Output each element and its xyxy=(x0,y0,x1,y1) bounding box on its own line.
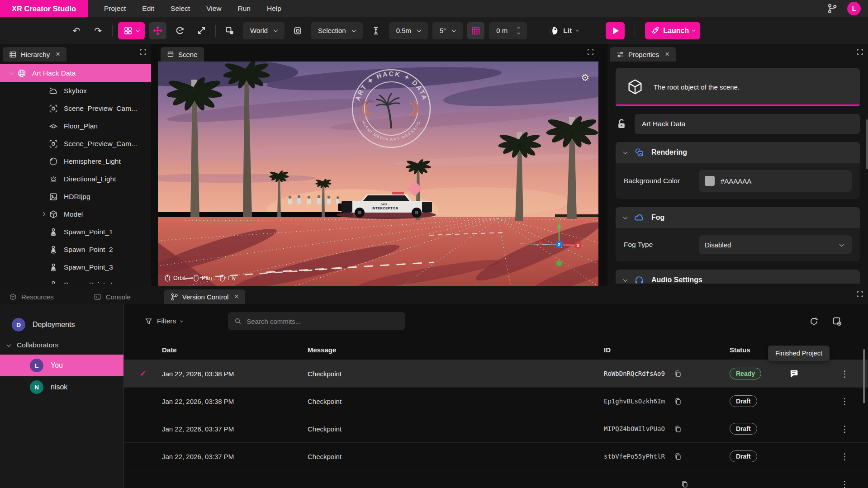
shading-mode-label: Lit xyxy=(563,27,572,35)
filters-button[interactable]: Filters xyxy=(145,317,183,325)
stepper-arrows[interactable] xyxy=(517,27,520,34)
commit-row-partial[interactable]: ⋮ xyxy=(124,470,868,488)
grid-offset-stepper[interactable]: 0 m xyxy=(489,22,527,39)
app-logo[interactable]: XR Creator Studio xyxy=(0,0,88,17)
tree-item-label: Scene_Preview_Cam... xyxy=(64,104,137,113)
background-color-field[interactable]: #AAAAAA xyxy=(699,170,852,192)
bottom-panel: Resources Console Version Control × D De… xyxy=(0,286,868,488)
menu-project[interactable]: Project xyxy=(98,2,132,15)
tree-item-model[interactable]: Model xyxy=(0,205,151,223)
shading-mode-dropdown[interactable]: Lit xyxy=(549,22,579,39)
commit-row[interactable]: Jan 22, 2026, 03:37 PM Checkpoint MIPQZ4… xyxy=(124,415,868,443)
fog-section-header[interactable]: Fog xyxy=(616,207,860,228)
object-name-field[interactable]: Art Hack Data xyxy=(635,114,860,134)
row-menu-button[interactable]: ⋮ xyxy=(836,422,854,436)
rendering-section-header[interactable]: Rendering xyxy=(616,142,860,163)
selection-mode-dropdown[interactable]: Selection xyxy=(311,22,363,39)
reference-space-button[interactable] xyxy=(221,22,238,39)
copy-id-button[interactable] xyxy=(674,398,682,405)
rotate-tool-button[interactable] xyxy=(171,22,188,39)
launch-button[interactable]: Launch xyxy=(645,22,700,39)
version-control-scrollbar[interactable] xyxy=(863,349,865,403)
row-menu-button[interactable]: ⋮ xyxy=(836,394,854,408)
tree-item-floor-plan[interactable]: Floor_Plan xyxy=(0,117,151,135)
grid-toggle-button[interactable] xyxy=(467,22,484,39)
maximize-panel-icon[interactable] xyxy=(587,48,594,55)
world-space-dropdown[interactable]: World xyxy=(243,22,285,39)
tree-item-skybox[interactable]: Skybox xyxy=(0,82,151,99)
menu-run[interactable]: Run xyxy=(232,2,257,15)
menu-help[interactable]: Help xyxy=(261,2,288,15)
maximize-panel-icon[interactable] xyxy=(857,48,863,55)
undo-button[interactable]: ↶ xyxy=(68,22,85,39)
tab-scene[interactable]: Scene xyxy=(161,47,204,62)
tab-console[interactable]: Console xyxy=(87,289,137,304)
tree-item-root[interactable]: Art Hack Data xyxy=(0,64,151,82)
audio-settings-section-header[interactable]: Audio Settings xyxy=(616,270,860,284)
maximize-panel-icon[interactable] xyxy=(857,291,863,298)
copy-id-button[interactable] xyxy=(674,453,682,460)
tree-item-scene-preview-cam-2[interactable]: Scene_Preview_Cam... xyxy=(0,135,151,152)
commit-row[interactable]: ✓ Jan 22, 2026, 03:38 PM Checkpoint RoWb… xyxy=(124,360,868,388)
tree-item-spawn-point-3[interactable]: Spawn_Point_3 xyxy=(0,258,151,276)
search-commits-box[interactable] xyxy=(228,312,405,330)
row-menu-button[interactable]: ⋮ xyxy=(836,450,854,464)
maximize-panel-icon[interactable] xyxy=(140,48,147,55)
tab-hierarchy[interactable]: Hierarchy × xyxy=(3,47,66,62)
properties-scrollbar[interactable] xyxy=(866,119,868,169)
tree-item-spawn-point-2[interactable]: Spawn_Point_2 xyxy=(0,241,151,258)
tab-version-control[interactable]: Version Control × xyxy=(164,289,245,304)
close-icon[interactable]: × xyxy=(56,50,60,58)
menu-select[interactable]: Select xyxy=(164,2,196,15)
close-icon[interactable]: × xyxy=(665,50,669,58)
tree-item-spawn-point-4[interactable]: Spawn_Point_4 xyxy=(0,276,151,284)
rotate-snap-dropdown[interactable]: 5° xyxy=(432,22,463,39)
snap-toggle-button[interactable] xyxy=(367,22,384,39)
fly-hint-label: Fly xyxy=(228,275,236,281)
color-swatch[interactable] xyxy=(705,176,715,186)
redo-button[interactable]: ↷ xyxy=(90,22,107,39)
refresh-button[interactable] xyxy=(809,317,819,326)
note-button[interactable] xyxy=(789,369,799,379)
tab-version-control-label: Version Control xyxy=(182,293,229,301)
status-badge: Draft xyxy=(730,395,757,407)
scene-viewport[interactable]: ART ✦ HACK ✦ DATA MIAMI MEDIA ART WEEKEN… xyxy=(158,62,598,286)
finished-project-tooltip: Finished Project xyxy=(768,346,830,361)
save-checkpoint-button[interactable] xyxy=(832,317,842,326)
user-avatar[interactable]: L xyxy=(847,2,861,15)
collaborator-you[interactable]: L You xyxy=(0,355,123,376)
copy-id-button[interactable] xyxy=(674,370,682,378)
menu-edit[interactable]: Edit xyxy=(136,2,161,15)
unlock-icon[interactable] xyxy=(616,118,627,130)
row-menu-button[interactable]: ⋮ xyxy=(836,477,854,488)
scale-tool-button[interactable] xyxy=(193,22,210,39)
tree-item-scene-preview-cam-1[interactable]: Scene_Preview_Cam... xyxy=(0,99,151,117)
menu-view[interactable]: View xyxy=(200,2,228,15)
search-commits-input[interactable] xyxy=(247,317,399,325)
collaborators-header[interactable]: Collaborators xyxy=(0,336,123,355)
chevron-right-icon xyxy=(41,212,45,217)
fog-type-dropdown[interactable]: Disabled xyxy=(699,235,852,254)
commit-row[interactable]: Jan 22, 2026, 03:37 PM Checkpoint stbVfe… xyxy=(124,443,868,470)
copy-id-button[interactable] xyxy=(681,480,688,488)
tree-item-directional-light[interactable]: Directional_Light xyxy=(0,170,151,188)
scale-icon xyxy=(197,26,206,35)
tree-item-spawn-point-1[interactable]: Spawn_Point_1 xyxy=(0,223,151,241)
tab-properties[interactable]: Properties × xyxy=(610,47,676,62)
transform-mode-dropdown[interactable] xyxy=(118,22,145,39)
branch-icon[interactable] xyxy=(827,4,837,14)
translate-snap-dropdown[interactable]: 0.5m xyxy=(389,22,428,39)
tab-resources[interactable]: Resources xyxy=(3,289,60,304)
collaborator-nisok[interactable]: N nisok xyxy=(0,376,123,398)
row-menu-button[interactable]: ⋮ xyxy=(836,367,854,381)
close-icon[interactable]: × xyxy=(234,293,238,301)
play-button[interactable] xyxy=(606,22,625,39)
tree-item-hdri[interactable]: HDRIjpg xyxy=(0,188,151,205)
tree-item-hemisphere-light[interactable]: Hemisphere_Light xyxy=(0,152,151,170)
viewport-settings-gear-icon[interactable]: ⚙ xyxy=(581,72,589,83)
deployments-item[interactable]: D Deployments xyxy=(0,314,123,336)
focus-selection-button[interactable] xyxy=(289,22,306,39)
move-tool-button[interactable] xyxy=(149,22,166,39)
commit-row[interactable]: Jan 22, 2026, 03:38 PM Checkpoint Ep1ghv… xyxy=(124,388,868,415)
copy-id-button[interactable] xyxy=(674,425,682,433)
